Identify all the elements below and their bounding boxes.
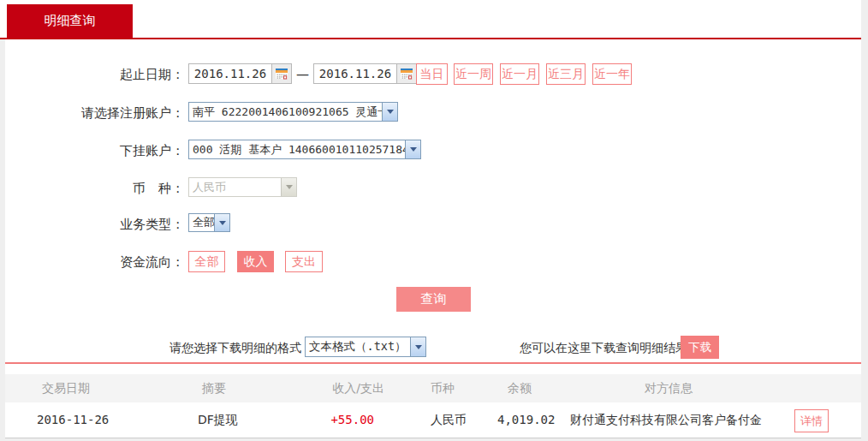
register-account-select[interactable]: 南平 6222001406100921065 灵通卡	[188, 102, 398, 122]
business-type-value: 全部	[189, 214, 214, 231]
fund-flow-income-button[interactable]: 收入	[237, 251, 274, 272]
table-header-row: 交易日期 摘要 收入/支出 币种 余额 对方信息	[5, 374, 861, 402]
calendar-icon	[400, 67, 413, 80]
date-to-value[interactable]: 2016.11.26	[314, 64, 396, 83]
table-top-divider	[5, 362, 861, 364]
cell-counterparty: 财付通支付科技有限公司客户备付金	[570, 402, 762, 438]
quick-range-month-button[interactable]: 近一月	[500, 63, 539, 85]
register-account-value: 南平 6222001406100921065 灵通卡	[189, 103, 382, 121]
table-row: 2016-11-26 DF提现 +55.00 人民币 4,019.02 财付通支…	[5, 402, 861, 438]
date-to-input[interactable]: 2016.11.26	[313, 63, 417, 84]
quick-range-3months-button[interactable]: 近三月	[546, 63, 586, 85]
sub-account-label: 下挂账户：	[0, 143, 184, 159]
fund-flow-all-button[interactable]: 全部	[188, 251, 225, 272]
column-header-balance: 余额	[508, 374, 532, 402]
sub-account-select[interactable]: 000 活期 基本户 1406600101102571848	[188, 140, 421, 159]
cell-amount: +55.00	[288, 402, 374, 438]
tab-detail-query[interactable]: 明细查询	[7, 4, 133, 38]
cell-currency: 人民币	[431, 402, 467, 438]
quick-range-week-button[interactable]: 近一周	[454, 63, 493, 85]
date-separator: —	[296, 67, 309, 82]
chevron-down-icon[interactable]	[410, 337, 425, 356]
column-header-counterparty: 对方信息	[645, 374, 693, 402]
calendar-icon	[275, 67, 288, 80]
currency-select: 人民币	[188, 177, 297, 197]
sub-account-value: 000 活期 基本户 1406600101102571848	[189, 140, 405, 158]
quick-range-today-button[interactable]: 当日	[416, 63, 448, 85]
chevron-down-icon[interactable]	[405, 140, 420, 158]
fund-flow-expense-button[interactable]: 支出	[285, 251, 323, 272]
business-type-select[interactable]: 全部	[188, 213, 230, 232]
column-header-summary: 摘要	[202, 374, 226, 402]
download-hint: 您可以在这里下载查询明细结果	[520, 341, 687, 356]
currency-value: 人民币	[189, 178, 281, 196]
detail-query-page: 明细查询 起止日期： 2016.11.26 — 2016.11.26	[0, 0, 868, 441]
calendar-button[interactable]	[396, 64, 416, 83]
column-header-currency: 币种	[431, 374, 455, 402]
tab-underline	[0, 38, 861, 39]
column-header-amount: 收入/支出	[299, 374, 384, 402]
chevron-down-icon[interactable]	[214, 214, 229, 231]
download-format-label: 请您选择下载明细的格式	[86, 341, 301, 356]
chevron-down-icon[interactable]	[382, 103, 397, 121]
currency-label: 币 种：	[0, 181, 184, 197]
detail-button[interactable]: 详情	[794, 409, 829, 432]
calendar-button[interactable]	[271, 64, 291, 83]
date-range-label: 起止日期：	[0, 67, 184, 83]
cell-balance: 4,019.02	[497, 402, 555, 438]
fund-flow-label: 资金流向：	[0, 254, 184, 271]
column-header-date: 交易日期	[42, 374, 90, 402]
date-from-value[interactable]: 2016.11.26	[189, 64, 271, 83]
business-type-label: 业务类型：	[0, 217, 184, 233]
download-button[interactable]: 下载	[681, 336, 719, 359]
tab-label: 明细查询	[45, 13, 96, 29]
query-button[interactable]: 查询	[396, 287, 471, 312]
register-account-label: 请选择注册账户：	[0, 105, 184, 122]
chevron-down-icon	[281, 178, 296, 196]
cell-summary: DF提现	[198, 402, 238, 438]
download-format-value: 文本格式（.txt）	[306, 337, 410, 356]
download-format-select[interactable]: 文本格式（.txt）	[305, 337, 426, 357]
date-from-input[interactable]: 2016.11.26	[188, 63, 292, 84]
quick-range-year-button[interactable]: 近一年	[592, 63, 632, 85]
cell-date: 2016-11-26	[37, 402, 109, 438]
